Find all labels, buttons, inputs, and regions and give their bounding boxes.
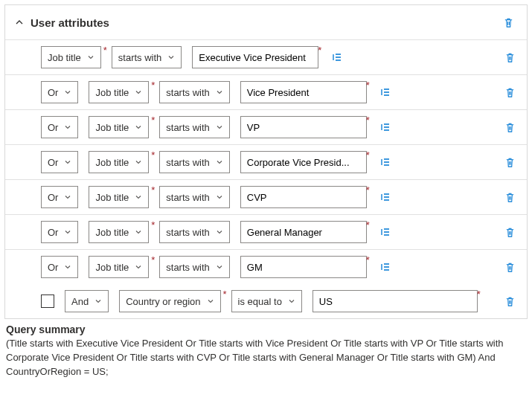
logic-label: Or [48,227,58,238]
logic-label: Or [48,192,58,203]
rule-row: Job title*starts with* [5,40,527,75]
list-values-button[interactable] [327,48,347,67]
list-values-button[interactable] [376,257,395,277]
group-rule-row: And Country or region * is equal to * [5,284,527,318]
chevron-down-icon [64,263,71,271]
section-title: User attributes [31,16,499,29]
chevron-down-icon [216,228,223,236]
delete-section-button[interactable] [499,13,518,32]
list-values-button[interactable] [376,152,395,172]
required-indicator: * [223,289,227,300]
list-values-button[interactable] [376,83,395,102]
chevron-down-icon [135,263,142,271]
delete-rule-button[interactable] [500,83,519,102]
logic-dropdown[interactable]: Or [41,151,78,173]
value-input[interactable] [240,186,367,208]
chevron-down-icon [288,297,295,305]
collapse-icon[interactable] [14,17,25,28]
operator-label: starts with [166,157,210,168]
chevron-down-icon [64,228,71,236]
value-input[interactable] [192,46,318,68]
query-summary-text: (Title starts with Executive Vice Presid… [6,337,526,379]
required-indicator: * [151,149,155,161]
required-indicator: * [151,219,155,231]
required-indicator: * [151,115,155,126]
operator-dropdown[interactable]: starts with [112,46,182,68]
chevron-down-icon [167,54,175,61]
logic-label: Or [48,262,58,273]
rule-row: OrJob title*starts with* [5,250,527,284]
chevron-down-icon [216,263,223,271]
attribute-dropdown[interactable]: Job title [41,46,101,68]
logic-dropdown[interactable]: Or [41,116,78,138]
chevron-down-icon [216,193,223,201]
rule-row: OrJob title*starts with* [5,75,527,110]
logic-label: And [71,296,89,307]
operator-dropdown[interactable]: starts with [159,221,230,243]
required-indicator: * [151,254,155,265]
rule-row: OrJob title*starts with* [5,110,527,145]
attribute-dropdown[interactable]: Job title [89,221,149,243]
value-input[interactable] [240,221,367,243]
user-attributes-panel: User attributes Job title*starts with*Or… [4,4,528,319]
chevron-down-icon [207,297,214,305]
value-input[interactable] [240,81,367,103]
rule-row: OrJob title*starts with* [5,145,527,180]
list-values-button[interactable] [376,118,395,137]
operator-label: starts with [166,87,210,98]
chevron-down-icon [135,228,142,236]
delete-rule-button[interactable] [500,257,519,277]
delete-rule-button[interactable] [500,118,519,137]
attribute-dropdown[interactable]: Job title [89,256,149,278]
required-indicator: * [366,149,370,161]
chevron-down-icon [216,123,223,131]
value-input[interactable] [240,116,367,138]
chevron-down-icon [94,297,102,305]
logic-dropdown[interactable]: Or [41,186,78,208]
attribute-label: Country or region [126,296,200,307]
logic-dropdown[interactable]: Or [41,221,78,243]
attribute-label: Job title [95,227,129,238]
attribute-dropdown[interactable]: Job title [89,186,149,208]
logic-label: Or [48,157,58,168]
chevron-down-icon [64,123,71,131]
required-indicator: * [366,80,370,91]
delete-rule-button[interactable] [500,292,519,311]
value-input[interactable] [240,151,367,173]
delete-rule-button[interactable] [500,152,519,172]
list-values-button[interactable] [376,222,395,242]
operator-label: starts with [166,122,210,133]
logic-label: Or [48,122,58,133]
delete-rule-button[interactable] [500,48,519,67]
required-indicator: * [366,184,370,196]
attribute-label: Job title [95,157,129,168]
logic-dropdown[interactable]: And [65,290,109,312]
attribute-dropdown[interactable]: Job title [89,116,149,138]
operator-dropdown[interactable]: starts with [159,81,230,103]
operator-dropdown[interactable]: starts with [159,116,230,138]
attribute-label: Job title [95,122,129,133]
attribute-dropdown[interactable]: Country or region [119,290,220,312]
logic-dropdown[interactable]: Or [41,256,78,278]
delete-rule-button[interactable] [500,222,519,242]
operator-dropdown[interactable]: starts with [159,256,230,278]
attribute-dropdown[interactable]: Job title [89,81,149,103]
delete-rule-button[interactable] [500,187,519,207]
operator-dropdown[interactable]: starts with [159,186,230,208]
operator-label: starts with [166,227,210,238]
value-input[interactable] [240,256,367,278]
operator-dropdown[interactable]: starts with [159,151,230,173]
query-summary: Query summary (Title starts with Executi… [4,319,528,381]
attribute-label: Job title [95,87,129,98]
chevron-down-icon [64,193,71,201]
chevron-down-icon [216,88,223,96]
operator-dropdown[interactable]: is equal to [231,290,302,312]
chevron-down-icon [135,193,142,201]
group-checkbox[interactable] [41,294,54,308]
list-values-button[interactable] [376,187,395,207]
required-indicator: * [366,254,370,265]
logic-dropdown[interactable]: Or [41,81,78,103]
section-header: User attributes [5,5,527,40]
value-input[interactable] [313,290,478,312]
attribute-dropdown[interactable]: Job title [89,151,149,173]
